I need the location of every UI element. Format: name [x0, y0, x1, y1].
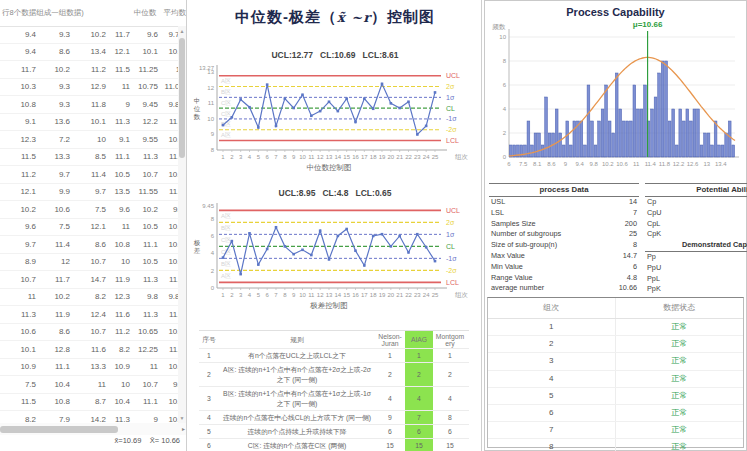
- x-tick: 8: [283, 292, 287, 298]
- histogram-bar: [622, 121, 625, 157]
- y-tick: 8: [211, 147, 215, 153]
- data-point: [434, 91, 437, 94]
- limit-label: 1σ: [446, 231, 455, 238]
- cell: 5: [199, 425, 219, 438]
- vertical-scrollbar[interactable]: ▲ ▼: [178, 26, 186, 423]
- ability-row: PpL: [645, 274, 747, 285]
- limit-label: -1σ: [446, 255, 457, 262]
- status-row: 8正常: [488, 439, 743, 451]
- x-tick: 13: [703, 161, 710, 167]
- process-data-title: process Data: [489, 183, 639, 197]
- rules-row: 3B区: 连续的n+1个点中有n个点落在+1σ之上或-1σ之下 (同一侧)444: [199, 387, 469, 411]
- cell: 11: [106, 82, 130, 91]
- cell: 10: [70, 135, 106, 144]
- cell: 11.4: [36, 240, 70, 249]
- cell: 9.3: [36, 30, 70, 39]
- cell: 10.5: [130, 222, 158, 231]
- cell: 10.75: [130, 82, 158, 91]
- histogram-bar: [569, 145, 572, 157]
- histogram-bar: [651, 109, 654, 157]
- scroll-down-icon[interactable]: ▼: [178, 415, 186, 421]
- table-row: 8.91210.71010.510.2: [0, 254, 186, 272]
- x-tick: 2: [230, 154, 234, 160]
- ability-label: PpL: [645, 274, 660, 285]
- status-badge: 正常: [616, 371, 744, 387]
- title-symbol: x̃ ~r: [337, 10, 371, 25]
- histogram-bar: [524, 145, 527, 157]
- x-tick: 5: [257, 154, 261, 160]
- process-label: Samples Size: [489, 219, 536, 230]
- data-line: [223, 84, 435, 135]
- table-row: 10.112.811.68.212.2511.6: [0, 341, 186, 359]
- y-tick: 2: [503, 130, 507, 136]
- histogram-bar: [601, 109, 604, 157]
- table-row: 8.27.914.211.3910.0: [0, 411, 186, 423]
- cell: 2: [433, 363, 467, 386]
- cell: 8.7: [70, 397, 106, 406]
- x-tick: 24: [423, 292, 430, 298]
- x-tick: 21: [396, 154, 403, 160]
- cell: 10.6: [36, 205, 70, 214]
- rules-col-no: 序号: [199, 331, 219, 348]
- x-tick: 14: [334, 292, 341, 298]
- y-tick: 10: [499, 34, 506, 40]
- cell: 9: [130, 415, 158, 423]
- cell: 8.9: [6, 257, 36, 266]
- x-tick: 7.5: [519, 161, 528, 167]
- process-row: Size of sub-group(n)8: [489, 240, 639, 251]
- cell: 14.2: [70, 415, 106, 423]
- data-point: [248, 106, 251, 109]
- x-tick: 13: [326, 292, 333, 298]
- y-tick: 8: [211, 216, 215, 222]
- process-row: Samples Size200: [489, 219, 639, 230]
- x-tick: 10: [299, 154, 306, 160]
- data-point: [416, 133, 419, 136]
- horizontal-scrollbar[interactable]: ▸: [0, 423, 186, 435]
- zone-label: C区: [221, 236, 231, 243]
- rules-row: 4连续的n个点落在中心线CL的上方或下方 (同一侧)978: [199, 411, 469, 425]
- data-point: [301, 93, 304, 96]
- limit-label: UCL: [446, 207, 460, 214]
- cell: 11.9: [36, 310, 70, 319]
- x-tick: 4: [248, 154, 252, 160]
- histogram-bar: [704, 133, 707, 157]
- data-point: [381, 233, 384, 236]
- table-row: 9.113.610.111.312.211.6: [0, 114, 186, 132]
- limit-label: UCL: [446, 72, 460, 79]
- cell: 有n个点落在UCL之上或LCL之下: [219, 349, 375, 362]
- chart-title: 极差控制图: [309, 301, 348, 310]
- scroll-right-icon[interactable]: ▸: [182, 425, 185, 432]
- ability-label: CpL: [645, 219, 660, 230]
- cell: 10.8: [36, 397, 70, 406]
- histogram-bar: [626, 121, 629, 157]
- cell: 12.4: [70, 310, 106, 319]
- rules-col-rule: 规则: [219, 331, 375, 348]
- left-table-body: 9.49.310.211.79.69.769.48.613.412.110.11…: [0, 26, 186, 423]
- zone-label: B区: [221, 260, 231, 267]
- cell: 11.5: [6, 397, 36, 406]
- cell: 12: [36, 257, 70, 266]
- cell: 8: [433, 411, 467, 424]
- cell: 连续的n个点持续上升或持续下降: [219, 425, 375, 438]
- data-point: [257, 263, 260, 266]
- cell: 9.8: [130, 292, 158, 301]
- data-point: [222, 124, 225, 127]
- cell: 11.8: [70, 100, 106, 109]
- scroll-up-icon[interactable]: ▲: [178, 28, 186, 34]
- cell: 15: [433, 439, 467, 451]
- cell: 13.6: [36, 117, 70, 126]
- horizontal-scroll-thumb[interactable]: [0, 426, 118, 433]
- process-label: average number: [489, 283, 544, 294]
- cell: 11: [70, 380, 106, 389]
- vertical-scroll-thumb[interactable]: [179, 38, 185, 158]
- histogram-bar: [686, 109, 689, 157]
- range-control-chart: 024689.45UCL2σ1σCL-1σ-2σLCLA区B区C区C区B区A区1…: [189, 200, 481, 322]
- zone-label: A区: [221, 77, 231, 84]
- cell: 10.3: [6, 82, 36, 91]
- status-table-body: 1正常2正常3正常4正常5正常6正常7正常8正常: [488, 319, 743, 451]
- cell: 9.4: [6, 30, 36, 39]
- data-point: [372, 235, 375, 238]
- ability-row: CpL: [645, 219, 747, 230]
- process-label: USL: [489, 197, 505, 208]
- process-row: LSL7: [489, 208, 639, 219]
